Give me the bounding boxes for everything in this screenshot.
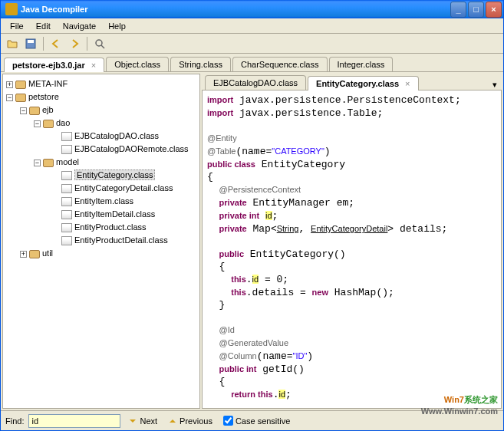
package-tree[interactable]: +META-INF −petstore −ejb −dao EJBCatalog… bbox=[2, 74, 200, 409]
collapse-icon[interactable]: − bbox=[34, 120, 41, 127]
tree-entitycategorydetail[interactable]: EntityCategoryDetail.class bbox=[74, 183, 173, 192]
find-prev-button[interactable]: Previous bbox=[165, 415, 216, 427]
find-input[interactable] bbox=[28, 414, 120, 428]
forward-button[interactable] bbox=[66, 35, 83, 52]
tree-petstore[interactable]: petstore bbox=[28, 92, 59, 101]
tree-entityproduct[interactable]: EntityProduct.class bbox=[74, 222, 147, 232]
main-tab-bar: petstore-ejb3.0.jar× Object.class String… bbox=[1, 54, 503, 72]
toolbar-separator bbox=[87, 37, 87, 51]
minimize-button[interactable]: _ bbox=[450, 2, 466, 18]
find-label: Find: bbox=[5, 416, 24, 426]
collapse-icon[interactable]: − bbox=[6, 94, 13, 101]
tree-dao[interactable]: dao bbox=[56, 118, 70, 127]
menu-help[interactable]: Help bbox=[102, 20, 132, 32]
find-bar: Find: Next Previous Case sensitive bbox=[1, 410, 503, 430]
svg-line-3 bbox=[101, 45, 104, 48]
class-icon bbox=[61, 197, 72, 206]
toolbar bbox=[1, 34, 503, 54]
close-button[interactable]: × bbox=[486, 2, 502, 18]
expand-icon[interactable]: + bbox=[6, 81, 13, 88]
tree-metainf[interactable]: META-INF bbox=[28, 79, 68, 88]
class-icon bbox=[61, 210, 72, 219]
open-button[interactable] bbox=[4, 35, 21, 52]
tree-util[interactable]: util bbox=[42, 248, 53, 258]
expand-icon[interactable]: + bbox=[20, 251, 27, 258]
window-title: Java Decompiler bbox=[21, 5, 87, 14]
tab-jar[interactable]: petstore-ejb3.0.jar× bbox=[4, 58, 104, 72]
source-code-viewer[interactable]: import javax.persistence.PersistenceCont… bbox=[202, 90, 502, 409]
tree-dao-c1[interactable]: EJBCatalogDAO.class bbox=[74, 131, 159, 140]
editor-tab-ejbcatalogdao[interactable]: EJBCatalogDAO.class bbox=[205, 75, 306, 90]
class-icon bbox=[61, 171, 72, 180]
package-icon bbox=[15, 81, 26, 89]
find-next-button[interactable]: Next bbox=[125, 415, 160, 427]
back-button[interactable] bbox=[48, 35, 64, 52]
title-bar: Java Decompiler _ □ × bbox=[1, 0, 503, 18]
tree-model[interactable]: model bbox=[56, 157, 79, 166]
class-icon bbox=[61, 223, 72, 232]
package-icon bbox=[43, 159, 54, 167]
case-sensitive-checkbox[interactable]: Case sensitive bbox=[220, 414, 294, 427]
tree-ejb[interactable]: ejb bbox=[42, 105, 54, 114]
tree-entityproductdetail[interactable]: EntityProductDetail.class bbox=[74, 235, 168, 245]
tree-dao-c2[interactable]: EJBCatalogDAORemote.class bbox=[74, 144, 189, 153]
svg-rect-1 bbox=[28, 40, 34, 43]
package-icon bbox=[43, 120, 54, 128]
search-button[interactable] bbox=[91, 35, 108, 52]
tab-charsequence[interactable]: CharSequence.class bbox=[232, 57, 328, 71]
menu-bar: File Edit Navigate Help bbox=[1, 18, 503, 34]
editor-tab-bar: EJBCatalogDAO.class EntityCategory.class… bbox=[202, 74, 502, 90]
menu-file[interactable]: File bbox=[4, 20, 30, 32]
maximize-button[interactable]: □ bbox=[468, 2, 484, 18]
close-icon[interactable]: × bbox=[91, 61, 96, 70]
tab-string[interactable]: String.class bbox=[170, 57, 231, 71]
svg-point-2 bbox=[96, 40, 102, 46]
editor-tab-entitycategory[interactable]: EntityCategory.class× bbox=[308, 76, 418, 90]
tree-entitycategory[interactable]: EntityCategory.class bbox=[74, 169, 155, 180]
toolbar-separator bbox=[43, 37, 44, 51]
class-icon bbox=[61, 145, 72, 154]
tab-object[interactable]: Object.class bbox=[106, 57, 169, 71]
save-button[interactable] bbox=[22, 35, 39, 52]
class-icon bbox=[61, 132, 72, 141]
menu-edit[interactable]: Edit bbox=[30, 20, 57, 32]
collapse-icon[interactable]: − bbox=[34, 160, 41, 166]
close-icon[interactable]: × bbox=[405, 79, 410, 88]
app-icon bbox=[5, 3, 18, 15]
tree-entityitem[interactable]: EntityItem.class bbox=[74, 196, 133, 206]
package-icon bbox=[29, 107, 40, 115]
class-icon bbox=[61, 184, 72, 193]
editor-menu-button[interactable]: ▾ bbox=[488, 80, 502, 90]
collapse-icon[interactable]: − bbox=[20, 107, 27, 114]
package-icon bbox=[29, 250, 40, 258]
tab-integer[interactable]: Integer.class bbox=[329, 57, 394, 71]
menu-navigate[interactable]: Navigate bbox=[57, 20, 102, 32]
class-icon bbox=[61, 236, 72, 245]
package-icon bbox=[15, 94, 26, 102]
tree-entityitemdetail[interactable]: EntityItemDetail.class bbox=[74, 209, 155, 219]
